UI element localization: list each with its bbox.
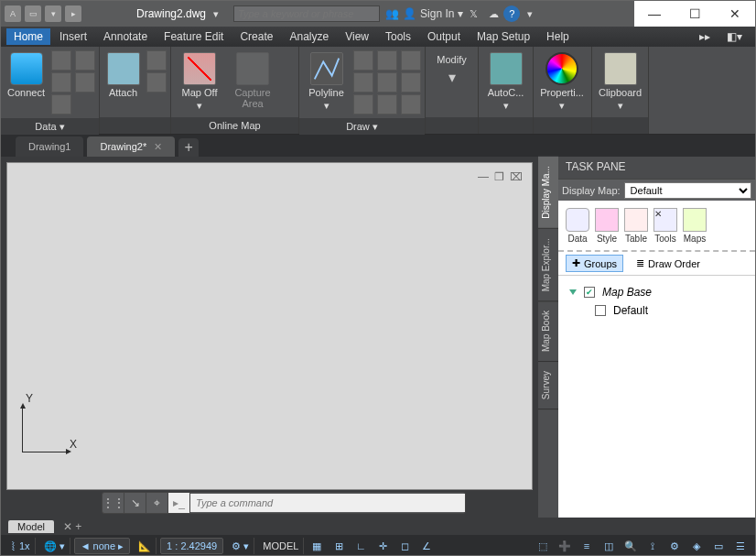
attach-button[interactable]: Attach [103,50,143,98]
properties-button[interactable]: Properti... ▾ [537,50,587,111]
subtab-draw-order[interactable]: ≣Draw Order [631,256,706,271]
viewport-restore-icon[interactable]: ❐ [494,170,504,183]
menu-overflow-icon[interactable]: ▸▸ [692,28,718,45]
sb-snap-icon[interactable]: ⊞ [329,538,348,554]
connect-button[interactable]: Connect [5,50,48,98]
app-icon[interactable]: A [5,5,21,22]
draw-arc-icon[interactable] [353,50,373,71]
sb-ortho-icon[interactable]: ∟ [351,538,370,554]
cmd-recent-icon[interactable]: ↘ [124,493,146,513]
sb-polar-icon[interactable]: ✛ [373,538,392,554]
sb-zoom[interactable]: ⦚1x [6,538,36,554]
help-dropdown-icon[interactable]: ▾ [520,4,540,24]
draw-ellipse-icon[interactable] [377,72,397,93]
sign-in-link[interactable]: Sign In [420,7,454,20]
doc-tab[interactable]: Drawing2*✕ [87,136,175,157]
draw-more-icon[interactable] [401,94,421,114]
sb-scale-icon[interactable]: 📐 [134,538,157,554]
sb-anno-icon[interactable]: ⟟ [643,538,662,554]
display-map-select[interactable]: Default [624,182,751,199]
sb-layer-selector[interactable]: ◄ none ▸ [74,538,130,554]
attach-small-1[interactable] [146,50,167,71]
draw-rect-icon[interactable] [377,50,397,71]
sb-iso-icon[interactable]: ⬚ [534,538,552,554]
doc-tab[interactable]: Drawing1 [16,136,83,157]
subtab-groups[interactable]: ✚Groups [566,255,623,272]
viewport-minimize-icon[interactable]: — [478,170,489,183]
search-input[interactable] [233,5,380,22]
draw-point-icon[interactable] [401,72,421,93]
sb-grid-icon[interactable]: ▦ [308,538,326,554]
close-icon[interactable]: ✕ [154,141,162,153]
sb-gear[interactable]: ⚙ ▾ [227,538,254,554]
menu-create[interactable]: Create [232,28,280,45]
tool-maps[interactable]: Maps [683,208,707,244]
help-icon[interactable]: ? [503,5,520,22]
qat-open-icon[interactable]: ▾ [45,5,61,22]
cmd-chevron-icon[interactable]: ▸_ [168,493,190,513]
close-button[interactable]: ✕ [715,1,755,27]
menu-annotate[interactable]: Annotate [96,28,155,45]
panel-title-data[interactable]: Data ▾ [1,118,99,135]
map-off-button[interactable]: Map Off ▾ [175,50,224,111]
drawing-canvas[interactable]: — ❐ ⌧ Y X [6,162,533,490]
tool-style[interactable]: Style [595,208,619,244]
sb-scale[interactable]: 1 : 2.42949 [160,538,223,554]
clipboard-button[interactable]: Clipboard ▾ [596,50,644,111]
tree-row[interactable]: Default [595,301,744,320]
polyline-button[interactable]: Polyline ▾ [303,50,350,111]
side-tab-map-book[interactable]: Map Book [538,301,558,362]
menu-view[interactable]: View [338,28,376,45]
side-tab-display-manager[interactable]: Display Ma... [538,157,558,229]
title-dropdown-icon[interactable]: ▾ [206,4,226,24]
chevron-down-icon[interactable]: ▾ [448,69,456,86]
exchange-cloud-icon[interactable]: ☁ [483,4,503,24]
menu-insert[interactable]: Insert [52,28,94,45]
data-small-5[interactable] [75,72,95,93]
draw-line-icon[interactable] [353,94,373,114]
data-small-3[interactable] [51,94,71,114]
sb-clean-icon[interactable]: ▭ [709,538,728,554]
exchange-x-icon[interactable]: 𝕏 [463,4,483,24]
data-small-4[interactable] [75,50,95,71]
menu-tools[interactable]: Tools [378,28,418,45]
menu-feature-edit[interactable]: Feature Edit [157,28,231,45]
sb-custom-icon[interactable]: ☰ [731,538,750,554]
tree-row[interactable]: ✔ Map Base [569,283,744,301]
minimize-button[interactable]: — [634,1,675,27]
cmd-settings-icon[interactable]: ⌖ [146,493,168,513]
sb-dyn-icon[interactable]: ➕ [556,538,574,554]
qat-new-icon[interactable]: ▭ [25,5,41,22]
maximize-button[interactable]: ☐ [675,1,715,27]
data-small-1[interactable] [51,50,71,71]
add-layout-button[interactable]: ✕ + [58,520,87,533]
expand-icon[interactable] [569,289,577,295]
cmd-grip-icon[interactable]: ⋮⋮ [103,493,124,513]
menu-collapse-icon[interactable]: ◧▾ [719,28,750,45]
side-tab-survey[interactable]: Survey [538,362,558,409]
panel-title-draw[interactable]: Draw ▾ [299,118,425,135]
sb-globe[interactable]: 🌐▾ [39,538,70,554]
checkbox[interactable] [595,305,606,316]
attach-small-2[interactable] [146,72,167,93]
sb-lwt-icon[interactable]: ≡ [578,538,596,554]
viewport-close-icon[interactable]: ⌧ [510,170,523,183]
sb-workspace-icon[interactable]: ⚙ [665,538,684,554]
sb-otrack-icon[interactable]: ∠ [417,538,436,554]
sb-transparency-icon[interactable]: ◫ [599,538,618,554]
sb-monitor-icon[interactable]: ◈ [687,538,706,554]
checkbox[interactable]: ✔ [584,287,595,298]
tool-table[interactable]: Table [624,208,648,244]
command-input[interactable] [190,494,465,512]
data-small-2[interactable] [51,72,71,93]
menu-home[interactable]: Home [6,28,50,45]
qat-arrow-icon[interactable]: ▸ [65,5,81,22]
draw-spline-icon[interactable] [377,94,397,114]
menu-output[interactable]: Output [420,28,468,45]
draw-hatch-icon[interactable] [401,50,421,71]
menu-map-setup[interactable]: Map Setup [470,28,537,45]
sb-qs-icon[interactable]: 🔍 [621,538,640,554]
menu-help[interactable]: Help [539,28,577,45]
model-tab[interactable]: Model [8,520,54,533]
sb-model[interactable]: MODEL [258,538,304,554]
